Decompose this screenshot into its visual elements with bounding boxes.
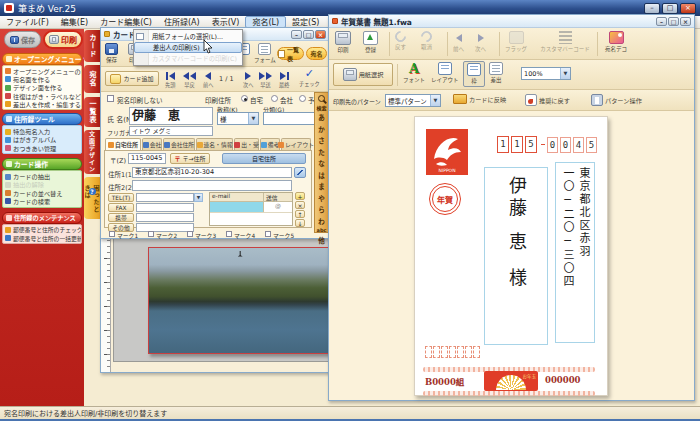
nenga-close-button[interactable]: × [680,17,691,26]
fax-button[interactable]: FAX [108,203,134,212]
sidebar-item-card-search[interactable]: カードの検索 [3,197,81,205]
reflect-to-card-button[interactable]: カードに反映 [453,94,506,104]
sidebar-item-sender-edit[interactable]: 差出人を作成・編集する [3,100,81,108]
index-ta[interactable]: た [318,147,325,157]
paper-select-button[interactable]: 用紙選択 [333,63,393,86]
no-print-checkbox[interactable] [107,95,114,102]
maximize-button[interactable]: □ [662,3,678,14]
menu-item-paper-form[interactable]: 用紙フォームの選択(L)... [134,31,242,42]
index-search[interactable]: 検索 [316,104,326,111]
nav-prev-button[interactable]: 前へ [203,71,213,88]
list-view-button[interactable]: 一覧表 [277,47,304,60]
tab-notes[interactable]: 備考 [260,138,280,150]
tel-input[interactable] [136,193,194,202]
tab-atena[interactable]: 宛名 [84,65,100,93]
kana-input[interactable]: イトウ メグミ [129,126,213,136]
font-button[interactable]: Aフォント [403,62,425,84]
addr-spare-radio[interactable] [299,95,306,102]
maintenance-header[interactable]: 住所録のメンテナンス [2,212,82,224]
name-input[interactable]: 伊藤 恵 [129,107,213,125]
email-add-button[interactable]: + [295,192,305,200]
mobile-button[interactable]: 携帯 [108,213,134,222]
addr1-input[interactable]: 東京都北区赤羽10-20-304 [132,167,292,178]
card-minimize-button[interactable]: – [291,30,302,39]
mobile-input[interactable] [136,213,194,222]
pattern-select[interactable]: 標準パターン▼ [385,94,441,107]
zoom-select[interactable]: 100%▼ [521,67,571,80]
sender-button[interactable]: 差出 [489,62,503,84]
nav-next-button[interactable]: 次へ [243,71,253,88]
frame-button[interactable]: 枠 [463,61,485,87]
index-na[interactable]: な [318,158,325,168]
address-tools-header[interactable]: 住所録ツール [2,113,82,125]
home-address-button[interactable]: 自宅住所 [222,153,306,164]
mark2-checkbox[interactable] [148,231,154,237]
index-ra[interactable]: ら [318,204,325,214]
sidebar-item-otsukiai[interactable]: おつきあい管理 [3,144,81,152]
tab-sent-received[interactable]: 出・受 [234,138,259,150]
tab-design[interactable]: 文面デザイン [84,130,100,174]
menu-item-sender-print[interactable]: 差出人の印刷(S) [134,42,242,53]
tab-list[interactable]: 一覧表 [84,97,100,127]
sidebar-item-card-extract[interactable]: カードの抽出 [3,172,81,180]
send-column-header[interactable]: 送信 [264,193,292,201]
index-ma[interactable]: ま [318,181,325,191]
card-close-button[interactable]: × [315,30,326,39]
zip-to-address-button[interactable]: 〒〒→住所 [170,153,210,164]
nav-fast-back-button[interactable]: 早戻 [183,71,196,88]
card-form-button[interactable]: フォーム [254,43,276,64]
nenga-deco-button[interactable]: 宛名デコ [605,31,627,53]
menu-edit[interactable]: 編集(E) [55,16,94,28]
sidebar-item-zip-update[interactable]: 郵便番号と住所の一括更新 [3,234,81,242]
check-button[interactable]: ✓チェック [299,69,320,87]
tel-dropdown-button[interactable]: ▼ [194,193,203,202]
email-column-header[interactable]: e-mail [210,193,264,201]
index-wa[interactable]: わ [318,216,325,226]
nenga-register-button[interactable]: 登録 [363,31,378,54]
card-save-button[interactable]: 保存 [105,43,118,64]
email-up-button[interactable]: ↑ [295,210,305,218]
sidebar-item-hagaki-album[interactable]: はがきアルバム [3,136,81,144]
opening-menu-header[interactable]: オープニングメニュー ▼ [2,53,82,65]
index-sa[interactable]: さ [318,135,325,145]
tab-company[interactable]: 会社 [142,138,162,150]
postcard-preview[interactable]: NIPPON 年賀 1 1 5 0 0 4 5 東京都北区赤羽 [414,116,608,396]
card-restore-button[interactable]: □ [303,30,314,39]
addr-home-radio[interactable] [241,95,248,102]
email-down-button[interactable]: ↓ [295,219,305,227]
sidebar-item-card-sort[interactable]: カードの並べ替え [3,189,81,197]
layout-button[interactable]: レイアウト [431,62,459,84]
tab-joint-info[interactable]: 連名・情報 [196,138,233,150]
tab-help[interactable]: ? 困ったときは [84,177,100,219]
sidebar-item-zip-check[interactable]: 郵便番号と住所のチェック [3,226,81,234]
tab-layout[interactable]: レイアウト [281,138,311,150]
recipient-name-block[interactable]: 伊藤恵様 [484,167,548,345]
fax-input[interactable] [136,203,194,212]
sidebar-print-button[interactable]: 印刷 [43,30,83,49]
design-photo[interactable] [148,247,331,354]
tab-home-address[interactable]: 自宅住所 [105,138,141,150]
index-a[interactable]: あ [318,112,325,122]
reset-recommend-button[interactable]: 推奨に戻す [525,94,570,106]
recipient-address-block[interactable]: 東京都北区赤羽 一〇−二〇−三〇四 [555,162,595,343]
pattern-ops-button[interactable]: パターン操作 [591,94,642,106]
sidebar-save-button[interactable]: 保存 [4,31,41,48]
tab-company-address[interactable]: 会社住所 [163,138,195,150]
mark3-checkbox[interactable] [187,231,193,237]
atena-view-button[interactable]: 宛名 [306,47,327,60]
index-ya[interactable]: や [318,193,325,203]
nav-first-button[interactable]: 先頭 [165,71,175,88]
addr-edit-button[interactable] [294,167,306,178]
tab-card[interactable]: カード [84,30,100,62]
sidebar-item-design-create[interactable]: デザイン面を作る [3,84,81,92]
addr-company-radio[interactable] [271,95,278,102]
index-ka[interactable]: か [318,124,325,134]
zip-input[interactable]: 115-0045 [128,153,166,164]
index-other[interactable]: 他 [318,235,325,245]
index-abc[interactable]: abc [317,227,327,233]
card-ops-header[interactable]: カード操作 [2,158,82,170]
mark4-checkbox[interactable] [226,231,232,237]
nav-last-button[interactable]: 最終 [279,71,289,88]
mark1-checkbox[interactable] [109,231,115,237]
nenga-print-button[interactable]: 印刷 [335,31,351,54]
